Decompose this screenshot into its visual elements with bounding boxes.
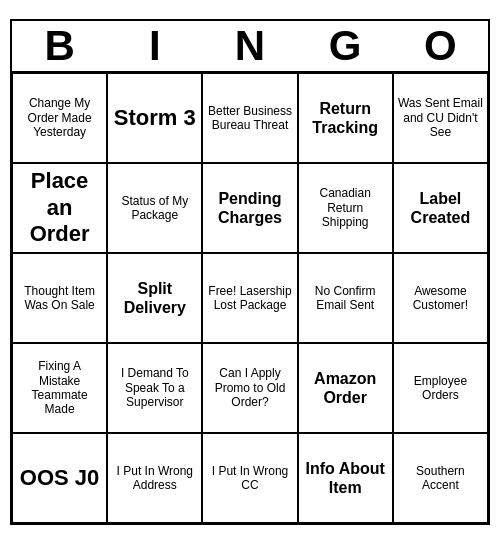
bingo-cell-6: Status of My Package [107, 163, 202, 253]
bingo-cell-4: Was Sent Email and CU Didn't See [393, 73, 488, 163]
bingo-cell-8: Canadian Return Shipping [298, 163, 393, 253]
bingo-cell-19: Employee Orders [393, 343, 488, 433]
bingo-cell-18: Amazon Order [298, 343, 393, 433]
bingo-cell-3: Return Tracking [298, 73, 393, 163]
bingo-cell-16: I Demand To Speak To a Supervisor [107, 343, 202, 433]
bingo-cell-7: Pending Charges [202, 163, 297, 253]
bingo-cell-23: Info About Item [298, 433, 393, 523]
bingo-cell-24: Southern Accent [393, 433, 488, 523]
bingo-cell-5: Place an Order [12, 163, 107, 253]
bingo-cell-17: Can I Apply Promo to Old Order? [202, 343, 297, 433]
bingo-header: B I N G O [12, 21, 488, 73]
bingo-card: B I N G O Change My Order Made Yesterday… [10, 19, 490, 525]
bingo-cell-9: Label Created [393, 163, 488, 253]
bingo-cell-13: No Confirm Email Sent [298, 253, 393, 343]
bingo-cell-0: Change My Order Made Yesterday [12, 73, 107, 163]
bingo-cell-10: Thought Item Was On Sale [12, 253, 107, 343]
bingo-grid: Change My Order Made YesterdayStorm 3Bet… [12, 73, 488, 523]
bingo-cell-11: Split Delivery [107, 253, 202, 343]
bingo-cell-14: Awesome Customer! [393, 253, 488, 343]
letter-b: B [16, 25, 104, 67]
bingo-cell-1: Storm 3 [107, 73, 202, 163]
letter-i: I [111, 25, 199, 67]
bingo-cell-12: Free! Lasership Lost Package [202, 253, 297, 343]
bingo-cell-20: OOS J0 [12, 433, 107, 523]
bingo-cell-22: I Put In Wrong CC [202, 433, 297, 523]
letter-o: O [396, 25, 484, 67]
letter-n: N [206, 25, 294, 67]
bingo-cell-15: Fixing A Mistake Teammate Made [12, 343, 107, 433]
bingo-cell-21: I Put In Wrong Address [107, 433, 202, 523]
letter-g: G [301, 25, 389, 67]
bingo-cell-2: Better Business Bureau Threat [202, 73, 297, 163]
